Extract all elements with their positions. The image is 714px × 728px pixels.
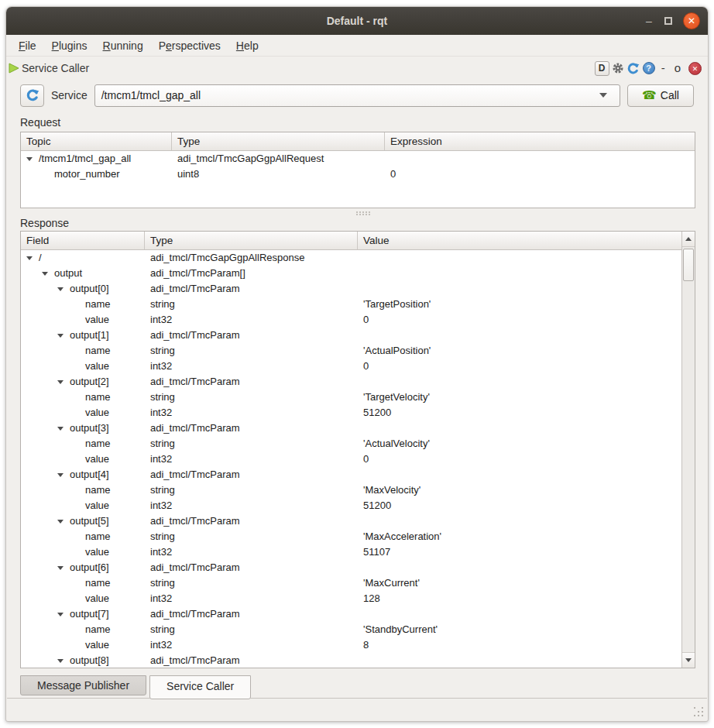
phone-icon: ☎ bbox=[642, 90, 657, 101]
expander-placeholder bbox=[42, 167, 54, 182]
window-title: Default - rqt bbox=[327, 15, 388, 27]
request-table-header[interactable]: Topic Type Expression bbox=[21, 132, 695, 151]
expander-placeholder bbox=[73, 436, 85, 452]
menu-item-plugins[interactable]: Plugins bbox=[44, 37, 95, 54]
expander-icon[interactable] bbox=[57, 421, 70, 436]
expander-placeholder bbox=[73, 544, 85, 560]
table-row[interactable]: valueint3251107 bbox=[21, 544, 681, 560]
table-row[interactable]: namestring'MaxAcceleration' bbox=[21, 529, 681, 544]
maximize-button[interactable] bbox=[664, 17, 672, 25]
column-header-value[interactable]: Value bbox=[358, 232, 695, 249]
expander-placeholder bbox=[73, 359, 85, 374]
request-tree: /tmcm1/tmcl_gap_alladi_tmcl/TmcGapGgpAll… bbox=[21, 151, 695, 208]
expander-placeholder bbox=[73, 343, 85, 359]
table-row[interactable]: output[3]adi_tmcl/TmcParam bbox=[21, 421, 681, 436]
table-row[interactable]: namestring'MaxCurrent' bbox=[21, 575, 681, 591]
titlebar[interactable]: Default - rqt – ✕ bbox=[6, 7, 708, 35]
table-row[interactable]: valueint328 bbox=[21, 637, 681, 653]
dock-d-button[interactable]: D bbox=[595, 61, 609, 76]
tab-message-publisher[interactable]: Message Publisher bbox=[20, 675, 146, 695]
play-icon bbox=[7, 61, 21, 75]
menu-item-file[interactable]: File bbox=[11, 37, 44, 54]
scroll-up-icon[interactable] bbox=[682, 232, 695, 247]
table-row[interactable]: valueint32128 bbox=[21, 591, 681, 606]
refresh-services-button[interactable] bbox=[20, 84, 44, 107]
dock-minimize-button[interactable]: - bbox=[657, 61, 669, 75]
table-row[interactable]: valueint320 bbox=[21, 452, 681, 467]
table-row[interactable]: motor_numberuint80 bbox=[21, 167, 695, 182]
expander-icon[interactable] bbox=[57, 513, 70, 529]
menu-item-help[interactable]: Help bbox=[228, 37, 266, 54]
expander-placeholder bbox=[73, 482, 85, 498]
column-header-type[interactable]: Type bbox=[145, 232, 358, 249]
reload-icon[interactable] bbox=[626, 61, 640, 75]
scrollbar-thumb[interactable] bbox=[683, 249, 694, 281]
table-row[interactable]: valueint320 bbox=[21, 312, 681, 328]
expander-placeholder bbox=[73, 405, 85, 421]
expander-placeholder bbox=[73, 637, 85, 653]
expander-icon[interactable] bbox=[57, 281, 70, 297]
table-row[interactable]: valueint3251200 bbox=[21, 498, 681, 513]
table-row[interactable]: output[5]adi_tmcl/TmcParam bbox=[21, 513, 681, 529]
expander-placeholder bbox=[73, 591, 85, 606]
table-row[interactable]: output[6]adi_tmcl/TmcParam bbox=[21, 560, 681, 575]
table-row[interactable]: /tmcm1/tmcl_gap_alladi_tmcl/TmcGapGgpAll… bbox=[21, 151, 695, 167]
service-combobox-value: /tmcm1/tmcl_gap_all bbox=[101, 89, 599, 101]
table-row[interactable]: namestring'TargetPosition' bbox=[21, 297, 681, 312]
expander-placeholder bbox=[73, 297, 85, 312]
expander-icon[interactable] bbox=[57, 328, 70, 343]
splitter-handle[interactable] bbox=[7, 209, 707, 215]
table-row[interactable]: valueint320 bbox=[21, 359, 681, 374]
expander-icon[interactable] bbox=[57, 653, 70, 668]
size-grip[interactable] bbox=[693, 706, 704, 717]
dock-header: Service Caller D ? - o ✕ bbox=[6, 57, 708, 80]
table-row[interactable]: outputadi_tmcl/TmcParam[] bbox=[21, 266, 681, 281]
tab-service-caller[interactable]: Service Caller bbox=[149, 675, 251, 699]
expander-icon[interactable] bbox=[57, 467, 70, 482]
expander-icon[interactable] bbox=[26, 151, 39, 167]
menu-item-running[interactable]: Running bbox=[95, 37, 151, 54]
close-button[interactable]: ✕ bbox=[683, 12, 700, 29]
expander-icon[interactable] bbox=[57, 560, 70, 575]
chevron-down-icon bbox=[599, 93, 607, 98]
table-row[interactable]: namestring'ActualVelocity' bbox=[21, 436, 681, 452]
service-toolbar: Service /tmcm1/tmcl_gap_all ☎ Call bbox=[6, 80, 708, 111]
rqt-window: Default - rqt – ✕ FilePluginsRunningPers… bbox=[5, 6, 709, 722]
column-header-expression[interactable]: Expression bbox=[385, 132, 695, 150]
settings-gear-icon[interactable] bbox=[611, 61, 625, 75]
column-header-type[interactable]: Type bbox=[172, 132, 385, 150]
service-label: Service bbox=[51, 89, 88, 101]
table-row[interactable]: namestring'TargetVelocity' bbox=[21, 390, 681, 405]
table-row[interactable]: output[1]adi_tmcl/TmcParam bbox=[21, 328, 681, 343]
service-combobox[interactable]: /tmcm1/tmcl_gap_all bbox=[94, 84, 620, 107]
help-icon[interactable]: ? bbox=[642, 61, 656, 75]
column-header-field[interactable]: Field bbox=[21, 232, 145, 249]
expander-icon[interactable] bbox=[57, 374, 70, 390]
dock-float-button[interactable]: o bbox=[671, 61, 685, 75]
expander-placeholder bbox=[73, 622, 85, 637]
expander-icon[interactable] bbox=[57, 606, 70, 622]
menu-item-perspectives[interactable]: Perspectives bbox=[151, 37, 228, 54]
minimize-button[interactable]: – bbox=[644, 17, 654, 25]
table-row[interactable]: output[4]adi_tmcl/TmcParam bbox=[21, 467, 681, 482]
response-table-header[interactable]: Field Type Value bbox=[21, 232, 695, 250]
request-section-label: Request bbox=[20, 116, 60, 129]
dock-close-button[interactable]: ✕ bbox=[688, 62, 702, 75]
table-row[interactable]: namestring'StandbyCurrent' bbox=[21, 622, 681, 637]
response-section-label: Response bbox=[20, 217, 69, 229]
expander-icon[interactable] bbox=[26, 250, 39, 266]
expander-placeholder bbox=[73, 452, 85, 467]
table-row[interactable]: output[0]adi_tmcl/TmcParam bbox=[21, 281, 681, 297]
table-row[interactable]: namestring'MaxVelocity' bbox=[21, 482, 681, 498]
column-header-topic[interactable]: Topic bbox=[21, 132, 172, 150]
table-row[interactable]: valueint3251200 bbox=[21, 405, 681, 421]
table-row[interactable]: output[7]adi_tmcl/TmcParam bbox=[21, 606, 681, 622]
vertical-scrollbar[interactable] bbox=[681, 232, 695, 668]
table-row[interactable]: namestring'ActualPosition' bbox=[21, 343, 681, 359]
table-row[interactable]: output[2]adi_tmcl/TmcParam bbox=[21, 374, 681, 390]
table-row[interactable]: output[8]adi_tmcl/TmcParam bbox=[21, 653, 681, 668]
table-row[interactable]: /adi_tmcl/TmcGapGgpAllResponse bbox=[21, 250, 681, 266]
call-button[interactable]: ☎ Call bbox=[627, 84, 694, 107]
expander-icon[interactable] bbox=[42, 266, 54, 281]
scroll-down-icon[interactable] bbox=[682, 652, 695, 668]
